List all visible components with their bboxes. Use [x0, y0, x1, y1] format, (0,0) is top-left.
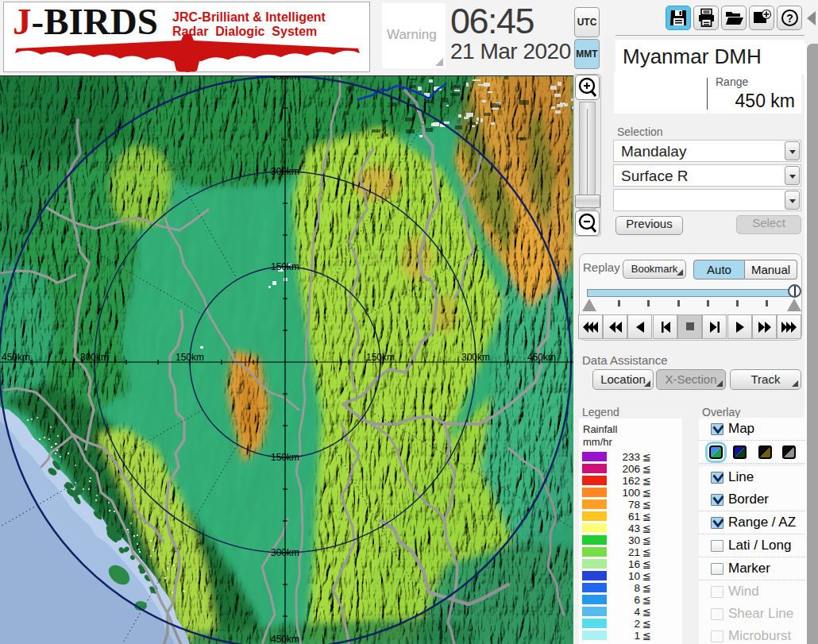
svg-text:?: ?	[786, 12, 793, 25]
svg-text:150km: 150km	[366, 352, 395, 363]
svg-text:300km: 300km	[271, 547, 299, 558]
svg-text:450km: 450km	[2, 352, 30, 363]
svg-text:450km: 450km	[271, 634, 299, 644]
svg-text:300km: 300km	[271, 166, 299, 177]
svg-text:150km: 150km	[271, 452, 299, 463]
svg-text:150km: 150km	[271, 261, 299, 272]
svg-text:150km: 150km	[176, 352, 204, 363]
svg-text:300km: 300km	[80, 352, 109, 363]
svg-text:450km: 450km	[271, 76, 299, 82]
svg-text:450km: 450km	[527, 352, 556, 363]
svg-text:300km: 300km	[461, 352, 490, 363]
